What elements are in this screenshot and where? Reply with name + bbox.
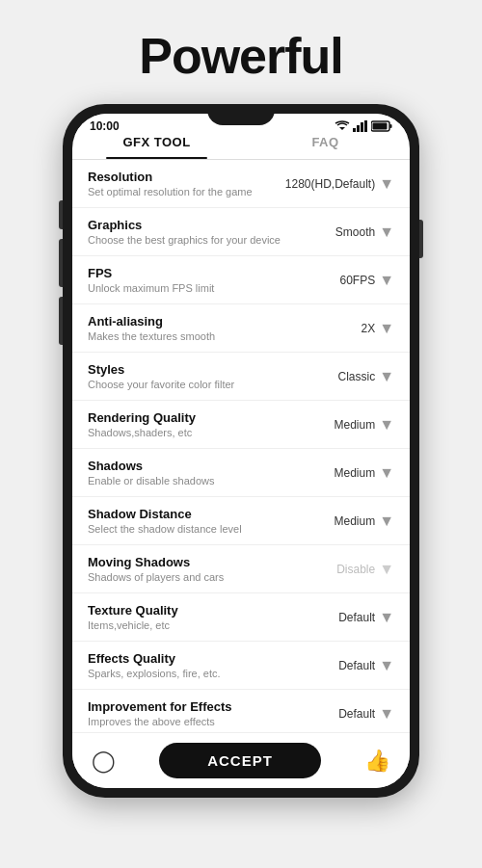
chevron-icon-styles: ▼	[379, 368, 394, 385]
setting-value-shadow-distance: Medium▼	[334, 513, 394, 530]
setting-desc-shadow-distance: Select the shadow distance level	[88, 523, 326, 535]
setting-row-texture-quality[interactable]: Texture QualityItems,vehicle, etcDefault…	[72, 593, 410, 642]
setting-title-effects-quality: Effects Quality	[88, 651, 331, 666]
setting-title-shadows: Shadows	[88, 459, 326, 473]
setting-title-rendering-quality: Rendering Quality	[88, 410, 326, 425]
setting-value-moving-shadows: Disable▼	[336, 561, 394, 578]
setting-value-text-resolution: 1280(HD,Default)	[285, 177, 375, 191]
setting-row-effects-quality[interactable]: Effects QualitySparks, explosions, fire,…	[72, 642, 410, 690]
side-button-left-1	[59, 200, 63, 229]
setting-value-text-effects-quality: Default	[338, 659, 375, 672]
setting-info-resolution: ResolutionSet optimal resolution for the…	[88, 170, 285, 197]
setting-value-text-shadows: Medium	[334, 466, 375, 480]
setting-title-texture-quality: Texture Quality	[88, 603, 331, 618]
setting-value-fps: 60FPS▼	[339, 272, 394, 289]
setting-row-rendering-quality[interactable]: Rendering QualityShadows,shaders, etcMed…	[72, 401, 410, 449]
tab-faq[interactable]: FAQ	[241, 125, 410, 159]
setting-title-moving-shadows: Moving Shadows	[88, 555, 329, 569]
accept-button[interactable]: ACCEPT	[159, 743, 321, 778]
setting-info-effects-quality: Effects QualitySparks, explosions, fire,…	[88, 651, 338, 679]
side-button-left-2	[59, 239, 63, 287]
setting-desc-rendering-quality: Shadows,shaders, etc	[88, 427, 326, 438]
setting-desc-texture-quality: Items,vehicle, etc	[88, 619, 331, 631]
setting-value-anti-aliasing: 2X▼	[361, 320, 394, 337]
setting-value-improvement-effects: Default▼	[338, 705, 394, 723]
thumbs-up-icon[interactable]: 👍	[364, 749, 390, 774]
setting-value-text-shadow-distance: Medium	[334, 514, 375, 528]
setting-title-fps: FPS	[88, 266, 332, 280]
setting-row-styles[interactable]: StylesChoose your favorite color filterC…	[72, 353, 410, 401]
settings-list: ResolutionSet optimal resolution for the…	[72, 160, 410, 732]
setting-desc-effects-quality: Sparks, explosions, fire, etc.	[88, 668, 331, 679]
setting-row-shadow-distance[interactable]: Shadow DistanceSelect the shadow distanc…	[72, 497, 410, 545]
setting-value-resolution: 1280(HD,Default)▼	[285, 175, 394, 193]
chevron-icon-effects-quality: ▼	[379, 657, 394, 674]
setting-value-text-fps: 60FPS	[339, 274, 375, 287]
setting-row-moving-shadows[interactable]: Moving ShadowsShadows of players and car…	[72, 545, 410, 593]
setting-desc-styles: Choose your favorite color filter	[88, 379, 330, 390]
setting-value-text-improvement-effects: Default	[338, 707, 375, 721]
setting-title-styles: Styles	[88, 362, 330, 377]
tabs-bar: GFX TOOL FAQ	[72, 125, 410, 160]
chevron-icon-shadow-distance: ▼	[379, 513, 394, 530]
tab-gfx-tool[interactable]: GFX TOOL	[72, 125, 241, 159]
setting-value-styles: Classic▼	[337, 368, 394, 385]
setting-title-graphics: Graphics	[88, 218, 328, 232]
chevron-icon-improvement-effects: ▼	[379, 705, 394, 723]
chevron-icon-rendering-quality: ▼	[379, 416, 394, 434]
setting-value-text-graphics: Smooth	[335, 225, 375, 239]
phone-screen: 10:00	[72, 114, 410, 788]
setting-value-texture-quality: Default▼	[338, 609, 394, 626]
page-title: Powerful	[139, 27, 343, 85]
instagram-icon[interactable]: ◯	[92, 749, 116, 774]
setting-title-anti-aliasing: Anti-aliasing	[88, 314, 353, 329]
setting-row-improvement-effects[interactable]: Improvement for EffectsImproves the abov…	[72, 690, 410, 732]
setting-desc-resolution: Set optimal resolution for the game	[88, 186, 278, 197]
setting-row-fps[interactable]: FPSUnlock maximum FPS limit60FPS▼	[72, 256, 410, 304]
setting-value-text-styles: Classic	[337, 370, 375, 383]
setting-info-moving-shadows: Moving ShadowsShadows of players and car…	[88, 555, 336, 583]
bottom-bar: ◯ ACCEPT 👍	[72, 732, 410, 788]
chevron-icon-graphics: ▼	[379, 224, 394, 241]
setting-desc-anti-aliasing: Makes the textures smooth	[88, 330, 353, 342]
setting-title-resolution: Resolution	[88, 170, 278, 184]
setting-info-shadows: ShadowsEnable or disable shadows	[88, 459, 334, 487]
setting-desc-shadows: Enable or disable shadows	[88, 475, 326, 487]
notch	[207, 114, 275, 125]
setting-info-texture-quality: Texture QualityItems,vehicle, etc	[88, 603, 338, 631]
chevron-icon-resolution: ▼	[379, 175, 394, 193]
setting-desc-graphics: Choose the best graphics for your device	[88, 234, 328, 246]
setting-value-shadows: Medium▼	[334, 464, 394, 482]
phone-frame: 10:00	[63, 104, 419, 798]
setting-desc-fps: Unlock maximum FPS limit	[88, 282, 332, 294]
chevron-icon-shadows: ▼	[379, 464, 394, 482]
setting-value-graphics: Smooth▼	[335, 224, 394, 241]
chevron-icon-texture-quality: ▼	[379, 609, 394, 626]
setting-info-graphics: GraphicsChoose the best graphics for you…	[88, 218, 335, 246]
chevron-icon-moving-shadows: ▼	[379, 561, 394, 578]
setting-value-effects-quality: Default▼	[338, 657, 394, 674]
setting-title-improvement-effects: Improvement for Effects	[88, 699, 331, 714]
setting-value-rendering-quality: Medium▼	[334, 416, 394, 434]
setting-value-text-texture-quality: Default	[338, 611, 375, 624]
setting-title-shadow-distance: Shadow Distance	[88, 507, 326, 521]
setting-info-anti-aliasing: Anti-aliasingMakes the textures smooth	[88, 314, 361, 342]
side-button-right	[419, 220, 423, 258]
setting-desc-moving-shadows: Shadows of players and cars	[88, 571, 329, 583]
setting-info-shadow-distance: Shadow DistanceSelect the shadow distanc…	[88, 507, 334, 535]
setting-value-text-anti-aliasing: 2X	[361, 322, 375, 335]
setting-info-styles: StylesChoose your favorite color filter	[88, 362, 337, 390]
setting-row-shadows[interactable]: ShadowsEnable or disable shadowsMedium▼	[72, 449, 410, 497]
side-button-left-3	[59, 297, 63, 345]
setting-info-rendering-quality: Rendering QualityShadows,shaders, etc	[88, 410, 334, 438]
chevron-icon-anti-aliasing: ▼	[379, 320, 394, 337]
setting-info-improvement-effects: Improvement for EffectsImproves the abov…	[88, 699, 338, 727]
chevron-icon-fps: ▼	[379, 272, 394, 289]
setting-value-text-rendering-quality: Medium	[334, 418, 375, 432]
setting-desc-improvement-effects: Improves the above effects	[88, 716, 331, 727]
setting-row-graphics[interactable]: GraphicsChoose the best graphics for you…	[72, 208, 410, 256]
setting-value-text-moving-shadows: Disable	[336, 563, 375, 576]
setting-row-anti-aliasing[interactable]: Anti-aliasingMakes the textures smooth2X…	[72, 304, 410, 353]
setting-row-resolution[interactable]: ResolutionSet optimal resolution for the…	[72, 160, 410, 208]
setting-info-fps: FPSUnlock maximum FPS limit	[88, 266, 339, 294]
